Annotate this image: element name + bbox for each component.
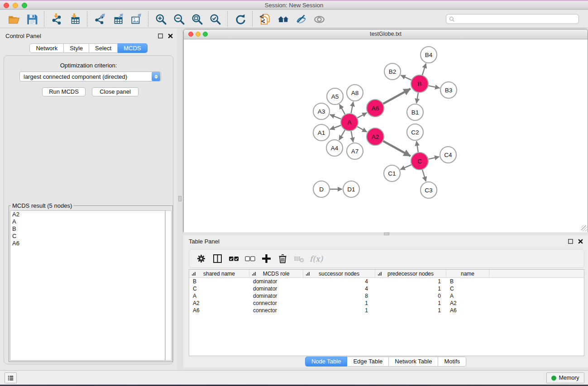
close-panel-icon[interactable] bbox=[167, 33, 173, 39]
network-node-B4[interactable]: B4 bbox=[421, 47, 437, 63]
export-image-button[interactable] bbox=[127, 11, 145, 27]
function-builder-button[interactable]: f(x) bbox=[310, 254, 323, 263]
table-cell[interactable]: B bbox=[446, 278, 489, 285]
table-cell[interactable]: C bbox=[446, 285, 489, 292]
network-node-A8[interactable]: A8 bbox=[347, 85, 363, 101]
network-node-C2[interactable]: C2 bbox=[407, 124, 423, 140]
export-table-button[interactable] bbox=[109, 11, 127, 27]
tab-edge-table[interactable]: Edge Table bbox=[347, 357, 389, 367]
tab-network-table[interactable]: Network Table bbox=[389, 357, 438, 367]
table-cell[interactable]: dominator bbox=[249, 292, 303, 300]
import-table-button[interactable] bbox=[66, 11, 84, 27]
network-edge-B-B4[interactable] bbox=[422, 63, 426, 75]
delete-column-button[interactable] bbox=[274, 252, 291, 266]
table-cell[interactable]: 1 bbox=[375, 307, 446, 314]
table-cell[interactable]: connector bbox=[249, 307, 303, 314]
close-panel-button[interactable]: Close panel bbox=[92, 87, 139, 96]
table-cell[interactable]: A6 bbox=[189, 307, 249, 314]
network-node-A4[interactable]: A4 bbox=[326, 140, 343, 156]
table-cell[interactable]: A2 bbox=[189, 300, 249, 307]
network-node-D1[interactable]: D1 bbox=[343, 181, 359, 197]
criterion-dropdown[interactable]: largest connected component (directed) bbox=[19, 71, 161, 81]
duplicate-network-button[interactable] bbox=[256, 11, 274, 27]
network-node-B3[interactable]: B3 bbox=[440, 82, 457, 98]
mcds-result-item[interactable]: A2 bbox=[10, 211, 165, 218]
table-cell[interactable]: 1 bbox=[375, 300, 446, 307]
table-cell[interactable]: 8 bbox=[303, 292, 375, 300]
tab-motifs[interactable]: Motifs bbox=[438, 357, 466, 367]
mcds-result-item[interactable]: C bbox=[10, 233, 165, 240]
table-row-A2[interactable]: A2connector11A2 bbox=[189, 300, 584, 307]
table-cell[interactable]: 0 bbox=[375, 292, 446, 300]
network-edge-C-C4[interactable] bbox=[429, 157, 440, 159]
table-cell[interactable]: 1 bbox=[303, 300, 375, 307]
network-node-A6[interactable]: A6 bbox=[367, 100, 384, 117]
network-node-C[interactable]: C bbox=[411, 152, 428, 170]
column-chooser-button[interactable] bbox=[209, 252, 225, 266]
network-canvas[interactable]: B4 B2 B B3 A8 A5 A6 A3 B1 A C2 A1 A2 bbox=[184, 40, 588, 232]
float-panel-icon[interactable] bbox=[568, 238, 574, 244]
mcds-result-item[interactable]: A6 bbox=[10, 240, 165, 247]
tab-network[interactable]: Network bbox=[29, 43, 64, 53]
network-edge-B-B1[interactable] bbox=[416, 93, 418, 103]
network-node-A3[interactable]: A3 bbox=[313, 103, 330, 119]
network-node-B[interactable]: B bbox=[411, 75, 428, 92]
network-node-D[interactable]: D bbox=[313, 181, 330, 197]
vertical-split-divider[interactable] bbox=[177, 28, 183, 370]
table-row-B[interactable]: Bdominator41B bbox=[189, 278, 584, 285]
network-edge-A6-B[interactable] bbox=[383, 89, 411, 104]
network-edge-A-A6[interactable] bbox=[358, 113, 367, 118]
table-cell[interactable]: dominator bbox=[249, 278, 303, 285]
network-node-C1[interactable]: C1 bbox=[384, 165, 400, 181]
tab-select[interactable]: Select bbox=[89, 43, 118, 53]
network-edge-A-A1[interactable] bbox=[330, 125, 341, 129]
mcds-result-item[interactable]: B bbox=[10, 225, 165, 233]
horizontal-split-divider[interactable] bbox=[183, 232, 588, 235]
table-settings-gear-button[interactable] bbox=[193, 252, 209, 266]
network-node-B1[interactable]: B1 bbox=[407, 104, 423, 120]
zoom-out-button[interactable] bbox=[170, 11, 188, 27]
delete-table-button[interactable] bbox=[291, 252, 307, 266]
column-header-shared-name[interactable]: shared name bbox=[189, 270, 249, 277]
network-node-C4[interactable]: C4 bbox=[440, 147, 456, 163]
task-history-button[interactable] bbox=[5, 372, 17, 383]
show-graphics-eye-button[interactable] bbox=[310, 11, 328, 27]
add-column-button[interactable] bbox=[258, 252, 274, 266]
network-edge-A-A8[interactable] bbox=[351, 102, 354, 114]
table-cell[interactable]: dominator bbox=[249, 285, 303, 292]
search-input[interactable] bbox=[457, 16, 576, 22]
network-edge-A2-C[interactable] bbox=[383, 141, 411, 156]
table-cell[interactable]: 4 bbox=[303, 278, 375, 285]
table-cell[interactable]: 1 bbox=[303, 307, 375, 314]
table-cell[interactable]: A bbox=[446, 292, 489, 300]
table-cell[interactable]: 4 bbox=[303, 285, 375, 292]
select-all-rows-button[interactable] bbox=[225, 252, 242, 266]
column-header-successor-nodes[interactable]: successor nodes bbox=[303, 270, 375, 277]
network-node-A2[interactable]: A2 bbox=[367, 128, 384, 145]
save-session-button[interactable] bbox=[23, 11, 41, 27]
column-header-name[interactable]: name bbox=[446, 270, 489, 277]
tab-mcds[interactable]: MCDS bbox=[118, 43, 147, 53]
table-row-C[interactable]: Cdominator41C bbox=[189, 285, 584, 292]
zoom-fit-button[interactable] bbox=[188, 11, 206, 27]
export-network-button[interactable] bbox=[91, 11, 109, 27]
network-edge-A-A3[interactable] bbox=[330, 114, 341, 119]
close-panel-icon[interactable] bbox=[578, 238, 583, 244]
network-edge-A-A7[interactable] bbox=[351, 131, 354, 143]
network-edge-A-A2[interactable] bbox=[357, 127, 367, 132]
network-node-A[interactable]: A bbox=[341, 114, 358, 131]
resize-grip[interactable] bbox=[581, 225, 587, 231]
memory-button[interactable]: Memory bbox=[546, 372, 584, 383]
table-cell[interactable]: 1 bbox=[375, 285, 446, 292]
network-node-A5[interactable]: A5 bbox=[327, 88, 343, 105]
table-row-A[interactable]: Adominator80A bbox=[189, 292, 584, 300]
import-network-button[interactable] bbox=[48, 11, 66, 27]
run-mcds-button[interactable]: Run MCDS bbox=[42, 87, 86, 96]
zoom-selected-button[interactable] bbox=[206, 11, 224, 27]
table-cell[interactable]: C bbox=[189, 285, 249, 292]
network-edge-A-A4[interactable] bbox=[339, 130, 345, 140]
table-cell[interactable]: connector bbox=[249, 300, 303, 307]
table-cell[interactable]: 1 bbox=[375, 278, 446, 285]
network-node-A7[interactable]: A7 bbox=[347, 143, 363, 159]
network-node-B2[interactable]: B2 bbox=[384, 63, 401, 80]
